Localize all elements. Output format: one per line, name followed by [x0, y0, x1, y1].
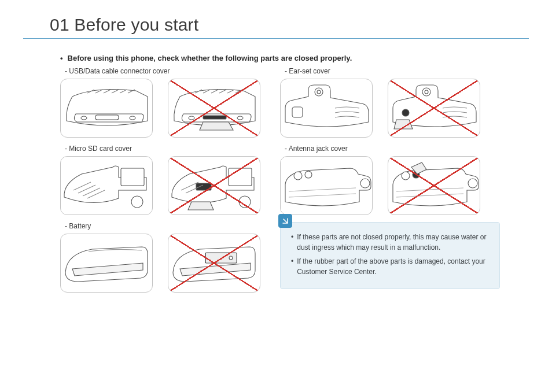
- note-text-2: If the rubber part of the above parts is…: [297, 256, 490, 277]
- svg-point-7: [131, 196, 143, 208]
- phone-antenna-closed-icon: [281, 157, 372, 215]
- note-box: If these parts are not closed properly, …: [280, 222, 500, 289]
- svg-rect-8: [229, 168, 252, 186]
- phone-side-sd-closed-icon: [61, 157, 152, 215]
- svg-rect-6: [121, 168, 144, 186]
- svg-rect-10: [196, 183, 211, 190]
- sd-row: [60, 156, 260, 215]
- usb-correct-illustration: [60, 79, 153, 138]
- sd-correct-illustration: [60, 156, 153, 215]
- svg-point-16: [422, 88, 430, 96]
- phone-battery-open-icon: [168, 234, 260, 292]
- usb-row: [60, 79, 260, 138]
- ear-wrong-illustration: [388, 79, 480, 138]
- phone-earset-open-icon: [388, 79, 480, 137]
- svg-point-24: [468, 179, 477, 188]
- svg-point-1: [130, 116, 135, 120]
- title-rule: [23, 38, 529, 39]
- usb-wrong-illustration: [168, 79, 260, 138]
- sd-wrong-illustration: [168, 156, 260, 215]
- note-content: If these parts are not closed properly, …: [280, 222, 500, 289]
- svg-rect-11: [205, 253, 237, 263]
- note-arrow-icon: [279, 215, 292, 227]
- svg-point-12: [229, 256, 233, 260]
- ant-correct-illustration: [280, 156, 373, 215]
- ant-row: [280, 156, 500, 215]
- svg-point-19: [294, 172, 302, 180]
- svg-point-4: [237, 116, 243, 120]
- note-line-1: If these parts are not closed properly, …: [291, 232, 490, 253]
- ant-label: - Antenna jack cover: [285, 145, 500, 153]
- phone-battery-closed-icon: [61, 234, 152, 292]
- battery-correct-illustration: [60, 234, 153, 293]
- svg-rect-15: [292, 107, 303, 117]
- columns: - USB/Data cable connector cover: [60, 67, 529, 299]
- ear-correct-illustration: [280, 79, 373, 138]
- svg-point-20: [305, 171, 312, 178]
- usb-label: - USB/Data cable connector cover: [65, 67, 260, 75]
- note-text-1: If these parts are not closed properly, …: [297, 232, 490, 253]
- phone-bottom-closed-icon: [61, 79, 152, 137]
- svg-rect-5: [203, 116, 226, 119]
- manual-page: 01 Before you start Before using this ph…: [0, 0, 552, 392]
- sd-label: - Micro SD card cover: [65, 145, 260, 153]
- svg-point-17: [425, 90, 428, 94]
- svg-rect-2: [95, 115, 119, 120]
- ear-row: [280, 79, 500, 138]
- phone-side-sd-open-icon: [168, 157, 260, 215]
- svg-point-0: [81, 116, 87, 120]
- left-column: - USB/Data cable connector cover: [60, 67, 260, 299]
- intro-text: Before using this phone, check whether t…: [60, 54, 529, 62]
- svg-point-3: [189, 116, 194, 120]
- ant-wrong-illustration: [388, 156, 480, 215]
- svg-point-18: [402, 109, 409, 116]
- svg-point-23: [413, 171, 419, 178]
- svg-point-22: [402, 172, 410, 180]
- svg-point-9: [239, 196, 251, 208]
- battery-row: [60, 234, 260, 293]
- svg-point-14: [317, 90, 321, 94]
- page-title: 01 Before you start: [50, 15, 529, 35]
- note-line-2: If the rubber part of the above parts is…: [291, 256, 490, 277]
- phone-antenna-open-icon: [388, 157, 480, 215]
- phone-earset-closed-icon: [281, 79, 372, 137]
- svg-point-21: [360, 179, 370, 188]
- battery-wrong-illustration: [168, 234, 260, 293]
- battery-label: - Battery: [65, 222, 260, 230]
- right-column: - Ear-set cover: [280, 67, 500, 299]
- ear-label: - Ear-set cover: [285, 67, 500, 75]
- phone-bottom-open-icon: [168, 79, 260, 137]
